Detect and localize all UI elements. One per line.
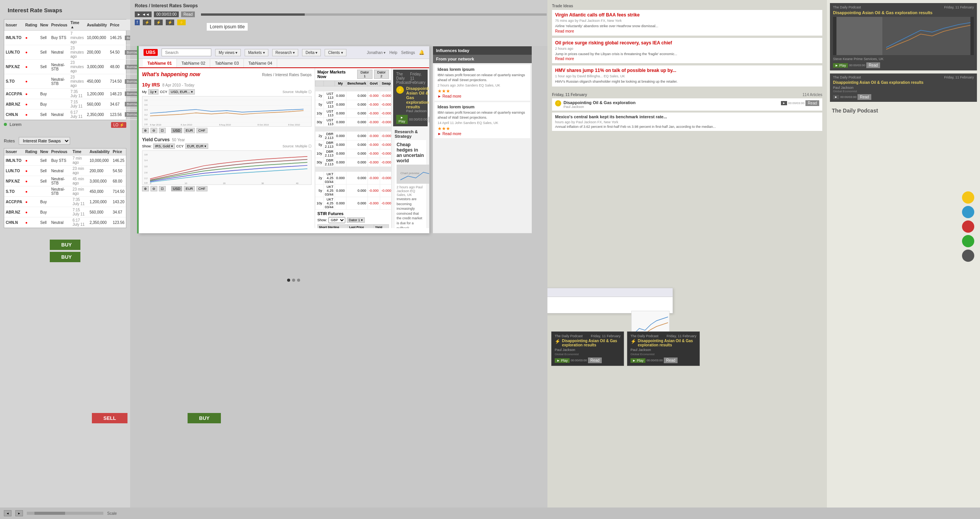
swatch-gray[interactable] xyxy=(962,250,974,262)
buy-button-1[interactable]: BUY xyxy=(50,240,80,250)
top-read-button[interactable]: Read xyxy=(181,11,195,17)
yield-tool-3[interactable]: ⊡ xyxy=(159,186,166,191)
news-item-1[interactable]: Virgin Atlantic calls off BAA fees strik… xyxy=(552,10,822,36)
frp-read-btn[interactable]: Read xyxy=(866,62,880,68)
ideas-read-more-2[interactable]: ► Read more xyxy=(438,132,461,136)
swatch-blue[interactable] xyxy=(962,206,974,218)
market-row[interactable]: 2y DBR 2.113 0.000 0.000 -0.000 -0.000 xyxy=(315,132,392,140)
market-row[interactable]: 10y DBR 2.113 0.000 0.000 -0.000 -0.000 xyxy=(315,149,392,158)
sc1-read-btn[interactable]: Read xyxy=(858,94,871,100)
tab-1[interactable]: TabName 01 xyxy=(143,59,177,67)
buy-button-2[interactable]: BUY xyxy=(50,252,80,262)
swatch-green[interactable] xyxy=(962,235,974,247)
my-views-btn[interactable]: My views ▾ xyxy=(215,49,241,56)
alert-icon[interactable]: 🔔 xyxy=(419,50,425,55)
market-row[interactable]: 5y DBR 2.113 0.000 0.000 -0.000 -0.000 xyxy=(315,140,392,149)
market-row[interactable]: 2y UKT 4.25 03/44 0.000 0.000 -0.000 -0.… xyxy=(315,172,392,184)
market-row[interactable]: 5y UKT 4.25 03/44 0.000 0.000 -0.000 -0.… xyxy=(315,184,392,197)
scroll-right-btn[interactable]: ► xyxy=(15,510,23,516)
chf-btn[interactable]: CHF xyxy=(196,128,207,133)
table-row[interactable]: ACCP.PA ● Buy 7:35 July 11 1,200,000 148… xyxy=(4,89,141,99)
table-row[interactable]: S.TO ● Neutral-STB 23 min ago 450,000 71… xyxy=(4,186,126,197)
research-btn[interactable]: Research ▾ xyxy=(272,49,299,56)
sc1-play-btn[interactable]: ► xyxy=(833,95,839,99)
table-row[interactable]: LUN.TO ● Sell Neutral 23 minutes ago 200… xyxy=(4,45,141,60)
article-play-btn-1[interactable]: ► xyxy=(781,101,787,105)
1y-btn[interactable]: 1y ▾ xyxy=(148,89,158,95)
delta-btn[interactable]: Delta ▾ xyxy=(302,49,321,56)
share-icon-3[interactable]: ⚡ xyxy=(166,20,174,25)
research-article-1[interactable]: Cheap hedges in an uncertain world Chart… xyxy=(395,140,426,228)
yield-eur-btn[interactable]: EUR xyxy=(184,186,195,191)
bc1-play-btn[interactable]: ► Play xyxy=(555,358,570,363)
share-icon-2[interactable]: ⚡ xyxy=(154,20,163,25)
frp-play-btn[interactable]: ► Play xyxy=(833,63,848,68)
dator-2-btn[interactable]: Dator 2 xyxy=(374,70,389,79)
yield-tool-2[interactable]: ⊖ xyxy=(150,186,157,191)
scroll-left-btn[interactable]: ◄ xyxy=(4,510,11,516)
tab-3[interactable]: TabName 03 xyxy=(210,59,243,67)
market-row[interactable]: 30y UST 113 0.000 0.000 -0.000 -0.000 xyxy=(315,118,392,127)
sell-button[interactable]: SELL xyxy=(92,413,127,423)
tool-btn-2[interactable]: ⊖ xyxy=(150,128,157,133)
news-read-more-2[interactable]: Read more xyxy=(555,57,574,61)
settings-label[interactable]: Settings xyxy=(401,51,415,55)
share-icon-1[interactable]: ⚡ xyxy=(143,20,151,25)
table-row[interactable]: NPX.NZ ● Sell Neutral-STB 45 min ago 3,0… xyxy=(4,176,126,186)
dot-3[interactable] xyxy=(297,279,300,282)
eur-eur-btn[interactable]: EUR, EUR ▾ xyxy=(185,144,209,149)
routes-select[interactable]: Interest Rate Swaps xyxy=(19,137,70,145)
market-row[interactable]: 5y UST 113 0.000 0.000 -0.000 -0.000 xyxy=(315,100,392,109)
table-row[interactable]: CHN.N ● Sell Neutral 6:17 July 11 2,350,… xyxy=(4,109,141,120)
bottom-scrollbar[interactable] xyxy=(27,512,103,515)
article-row-1[interactable]: ⚡ Disappointing Oil & Gas exploration Pa… xyxy=(552,98,822,111)
news-read-more-1[interactable]: Read more xyxy=(555,29,574,33)
dot-1[interactable] xyxy=(287,279,290,282)
facebook-icon[interactable]: f xyxy=(135,20,140,25)
tool-btn-3[interactable]: ⊡ xyxy=(159,128,166,133)
news-item-2[interactable]: Oil price surge risking global recovery,… xyxy=(552,38,822,64)
bc2-play-btn[interactable]: ► Play xyxy=(630,358,645,363)
swatch-red[interactable] xyxy=(962,220,974,233)
bc2-read-btn[interactable]: Read xyxy=(664,357,678,363)
table-row[interactable]: IMLN.TO ● Sell Buy STS 7 min ago 10,000,… xyxy=(4,155,126,166)
top-play-button[interactable]: ► ◄◄ xyxy=(135,11,152,17)
ideas-read-more[interactable]: ► Read more xyxy=(438,94,461,98)
tab-4[interactable]: TabName 04 xyxy=(244,59,277,67)
table-row[interactable]: ABR.NZ ● Buy 7:15 July 11 560,000 34.67 xyxy=(4,207,126,217)
buy-button-bottom[interactable]: BUY xyxy=(188,413,221,423)
yield-tool-1[interactable]: ⊕ xyxy=(142,186,149,191)
dot-2[interactable] xyxy=(292,279,295,282)
market-row[interactable]: 30y DBR 2.113 0.000 0.000 -0.000 -0.000 xyxy=(315,158,392,167)
table-row[interactable]: NPX.NZ ● Sell Neutral-STB 23 minutes ago… xyxy=(4,60,141,74)
dator-1-btn[interactable]: Dator 1 xyxy=(357,70,372,79)
usd-btn[interactable]: USD xyxy=(171,128,182,133)
progress-bar[interactable] xyxy=(201,13,547,16)
share-icon-4[interactable]: ⚡ xyxy=(177,20,186,25)
article-read-btn-1[interactable]: Read xyxy=(805,100,819,106)
stir-dator-btn[interactable]: Dator 1 ▾ xyxy=(347,217,365,223)
table-row[interactable]: ABR.NZ ● Buy 7:15 July 11 560,000 34.67 … xyxy=(4,99,141,109)
ccy-btn[interactable]: USD, EUR... ▾ xyxy=(169,89,195,95)
podcast-read-btn[interactable]: Read xyxy=(429,117,429,122)
table-row[interactable]: CHN.N ● Sell Neutral 6:17 July 11 2,350,… xyxy=(4,217,126,228)
ubs-search-input[interactable] xyxy=(162,49,211,56)
podcast-play-btn[interactable]: ► Play xyxy=(396,115,408,124)
swatch-yellow[interactable] xyxy=(962,191,974,204)
market-row[interactable]: 2y UST 113 0.000 0.000 -0.000 -0.000 xyxy=(315,91,392,100)
clients-btn[interactable]: Clients ▾ xyxy=(325,49,346,56)
help-label[interactable]: Help xyxy=(389,51,397,55)
tab-2[interactable]: TabName 02 xyxy=(177,59,210,67)
irs-gold-btn[interactable]: IRS, Gold ▾ xyxy=(153,144,175,149)
table-row[interactable]: IMLN.TO ● Sell Buy STS 7 minutes ago 10,… xyxy=(4,31,141,45)
yield-chf-btn[interactable]: CHF xyxy=(196,186,207,191)
table-row[interactable]: ACCP.PA ● Buy 7:35 July 11 1,200,000 143… xyxy=(4,197,126,207)
news-item-3[interactable]: HMV shares jump 11% on talk of possible … xyxy=(552,65,822,86)
table-row[interactable]: LUN.TO ● Sell Neutral 23 min ago 200,000… xyxy=(4,166,126,176)
mexico-article[interactable]: Mexico's central bank kept its benchmark… xyxy=(552,113,822,131)
market-row[interactable]: 10y UST 113 0.000 0.000 -0.000 -0.000 xyxy=(315,109,392,118)
bc1-read-btn[interactable]: Read xyxy=(588,357,602,363)
stir-currency-select[interactable]: GBP USD EUR xyxy=(328,217,345,223)
yield-usd-btn[interactable]: USD xyxy=(171,186,182,191)
eur-btn[interactable]: EUR xyxy=(184,128,195,133)
